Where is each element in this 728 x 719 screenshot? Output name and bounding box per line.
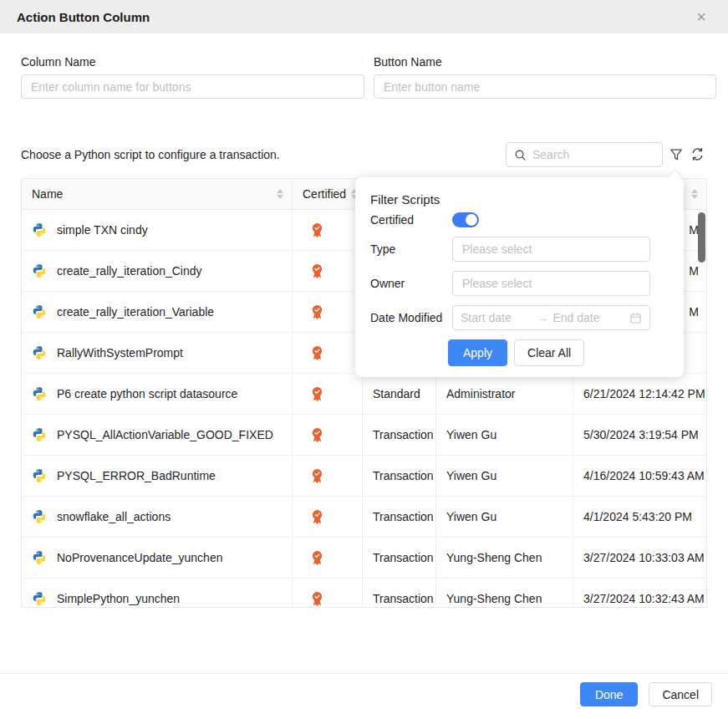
close-icon[interactable]: × <box>696 8 711 25</box>
owner-cell: Administrator <box>436 374 573 414</box>
certified-badge-icon <box>310 386 324 402</box>
filter-icon[interactable] <box>668 146 685 163</box>
script-name: create_rally_iteration_Variable <box>57 305 214 319</box>
python-icon <box>32 550 47 565</box>
button-name-field: Button Name <box>374 55 716 99</box>
script-row[interactable]: PYSQL_AllActionVariable_GOOD_FIXED Trans… <box>22 415 706 456</box>
script-name: SimplePython_yunchen <box>57 592 180 605</box>
owner-cell: Yiwen Gu <box>436 497 573 537</box>
date-cell: 3/27/2024 10:33:03 AM <box>573 538 706 578</box>
certified-badge-icon <box>310 468 324 484</box>
sort-icon[interactable] <box>691 189 698 199</box>
type-filter-row: Type Please select <box>370 237 650 262</box>
script-row[interactable]: NoProvenanceUpdate_yunchen Transaction Y… <box>22 538 706 579</box>
search-icon <box>514 149 527 161</box>
type-cell: Standard <box>363 374 436 414</box>
column-name-input[interactable] <box>21 74 364 99</box>
script-name: NoProvenanceUpdate_yunchen <box>57 551 222 564</box>
type-cell: Transaction <box>363 415 436 455</box>
column-name-label: Column Name <box>21 55 364 69</box>
certified-cell <box>293 456 363 496</box>
python-icon <box>32 468 47 483</box>
python-icon <box>32 263 47 278</box>
toggle-knob <box>466 214 477 226</box>
certified-badge-icon <box>310 509 324 525</box>
start-date-input[interactable] <box>461 311 532 324</box>
script-name: RallyWithSystemPrompt <box>57 346 183 360</box>
type-cell: Transaction <box>363 579 436 608</box>
column-header-certified[interactable]: Certified <box>293 179 363 209</box>
certified-badge-icon <box>310 427 324 443</box>
calendar-icon <box>629 312 642 324</box>
script-row[interactable]: P6 create python script datasource Stand… <box>22 374 706 415</box>
script-name: simple TXN cindy <box>57 223 148 237</box>
certified-cell <box>293 497 363 537</box>
type-cell: Transaction <box>363 456 436 496</box>
python-icon <box>32 591 47 606</box>
script-row[interactable]: SimplePython_yunchen Transaction Yung-Sh… <box>22 579 706 608</box>
certified-badge-icon <box>310 304 324 320</box>
end-date-input[interactable] <box>553 311 625 324</box>
popup-actions: Apply Clear All <box>448 339 650 366</box>
button-name-input[interactable] <box>374 74 716 99</box>
python-icon <box>32 222 47 237</box>
certified-filter-label: Certified <box>370 213 452 227</box>
modal-footer: Done Cancel <box>0 673 728 719</box>
search-input[interactable] <box>532 148 654 161</box>
clear-all-button[interactable]: Clear All <box>514 339 584 366</box>
date-cell: 4/1/2024 5:43:20 PM <box>573 497 706 537</box>
certified-filter-row: Certified <box>370 212 650 227</box>
column-header-name[interactable]: Name <box>22 179 293 209</box>
date-cell: 3/27/2024 10:32:43 AM <box>573 579 706 608</box>
python-icon <box>32 509 47 524</box>
certified-badge-icon <box>310 550 324 566</box>
script-row[interactable]: PYSQL_ERROR_BadRuntime Transaction Yiwen… <box>22 456 706 497</box>
script-name: PYSQL_ERROR_BadRuntime <box>57 469 216 482</box>
date-cell: 6/21/2024 12:14:42 PM <box>573 374 706 414</box>
column-name-field: Column Name <box>21 55 364 99</box>
owner-cell: Yung-Sheng Chen <box>436 579 573 608</box>
certified-cell <box>293 374 363 414</box>
cancel-button[interactable]: Cancel <box>649 682 712 706</box>
page-title: Action Button Column <box>17 10 150 24</box>
certified-cell <box>293 333 363 373</box>
type-select[interactable]: Please select <box>452 237 650 262</box>
modal-header: Action Button Column × <box>0 0 728 33</box>
type-filter-label: Type <box>370 242 452 256</box>
script-name: PYSQL_AllActionVariable_GOOD_FIXED <box>57 428 273 441</box>
owner-cell: Yiwen Gu <box>436 415 573 455</box>
date-range-picker[interactable]: → <box>452 305 650 330</box>
certified-cell <box>293 579 363 608</box>
python-icon <box>32 304 47 319</box>
script-name: snowflake_all_actions <box>57 510 171 523</box>
button-name-label: Button Name <box>374 55 716 69</box>
popup-title: Filter Scripts <box>370 192 650 207</box>
scrollbar-thumb[interactable] <box>698 212 705 263</box>
certified-toggle[interactable] <box>452 212 479 227</box>
owner-select[interactable]: Please select <box>452 271 650 296</box>
picker-instruction: Choose a Python script to configure a tr… <box>21 148 280 161</box>
certified-cell <box>293 251 363 291</box>
certified-badge-icon <box>310 591 324 607</box>
python-icon <box>32 427 47 442</box>
owner-cell: Yung-Sheng Chen <box>436 538 573 578</box>
sort-icon[interactable] <box>277 189 283 199</box>
owner-filter-row: Owner Please select <box>370 271 650 296</box>
owner-cell: Yiwen Gu <box>436 456 573 496</box>
script-row[interactable]: snowflake_all_actions Transaction Yiwen … <box>22 497 706 538</box>
apply-button[interactable]: Apply <box>448 339 507 366</box>
range-arrow: → <box>537 312 548 324</box>
date-cell: 5/30/2024 3:19:54 PM <box>573 415 706 455</box>
done-button[interactable]: Done <box>580 682 638 706</box>
type-cell: Transaction <box>363 538 436 578</box>
certified-cell <box>293 415 363 455</box>
filter-scripts-popup: Filter Scripts Certified Type Please sel… <box>355 177 684 377</box>
date-filter-row: Date Modified → <box>370 305 650 330</box>
certified-badge-icon <box>310 345 324 361</box>
certified-badge-icon <box>310 222 324 238</box>
script-name: P6 create python script datasource <box>57 387 237 400</box>
certified-cell <box>293 210 363 250</box>
refresh-icon[interactable] <box>689 145 705 162</box>
certified-cell <box>293 292 363 332</box>
certified-badge-icon <box>310 263 324 279</box>
